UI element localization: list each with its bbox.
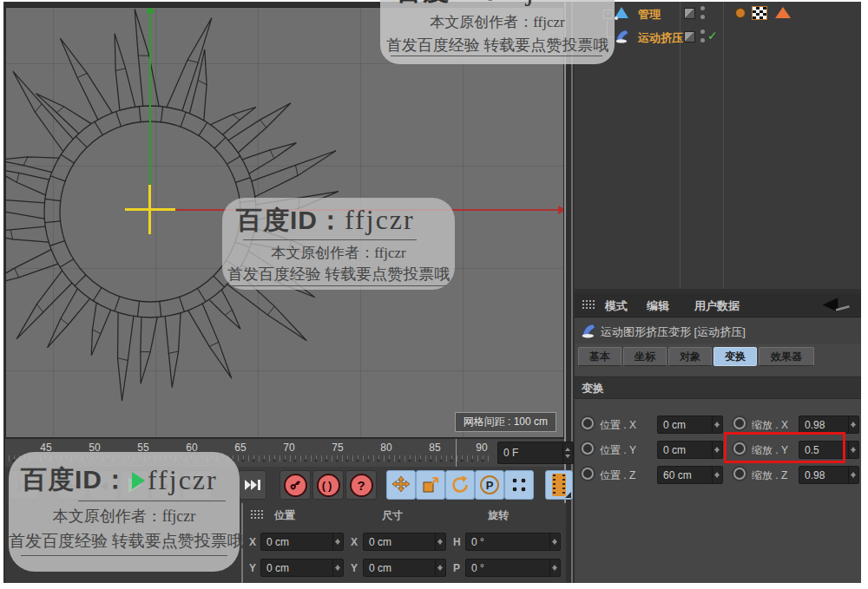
coord-rot-p-field[interactable]: 0 ° xyxy=(465,559,561,577)
param-label: 位置 . X xyxy=(600,418,636,433)
coord-label: H xyxy=(453,536,461,548)
stepper-icon[interactable] xyxy=(848,467,858,483)
mograph-extrude-icon xyxy=(615,29,630,44)
coord-label: Y xyxy=(351,562,358,574)
layer-color-chip[interactable] xyxy=(684,8,695,19)
stepper-icon[interactable] xyxy=(848,416,858,433)
timeline-window-button[interactable] xyxy=(545,470,573,500)
panel-grip-icon[interactable] xyxy=(250,509,264,520)
menu-userdata[interactable]: 用户数据 xyxy=(694,298,740,314)
panel-grip-icon[interactable] xyxy=(582,299,595,311)
play-icon xyxy=(132,472,145,489)
filmstrip-icon xyxy=(552,474,566,496)
stepper-icon[interactable] xyxy=(332,533,343,550)
watermark-center: 百度ID：ffjczr 本文原创作者：ffjczr 首发百度经验 转载要点赞投票… xyxy=(222,198,455,290)
ruler-tick-label: 70 xyxy=(278,442,300,454)
menu-edit[interactable]: 编辑 xyxy=(647,298,669,314)
am-title-row: 运动图形挤压变形 [运动挤压] xyxy=(575,317,861,344)
ruler-tick-label: 75 xyxy=(326,442,349,454)
stepper-icon[interactable] xyxy=(848,442,858,458)
rotate-icon xyxy=(450,475,470,494)
current-frame-field[interactable]: 0 F xyxy=(497,442,574,464)
record-keyframe-button[interactable] xyxy=(279,470,311,500)
stepper-icon[interactable] xyxy=(435,560,445,576)
key-position-button[interactable] xyxy=(386,470,416,500)
param-label: 位置 . Y xyxy=(600,443,636,458)
grid-spacing-label: 网格间距 : 100 cm xyxy=(455,412,556,432)
tab-transform[interactable]: 变换 xyxy=(713,347,757,366)
autokey-button[interactable]: () xyxy=(312,470,344,500)
attribute-manager: 模式 编辑 用户数据 运动图形挤压变形 [运动挤压] 基本 坐标 对象 变换 效… xyxy=(575,293,861,583)
position-x-field[interactable]: 0 cm xyxy=(657,416,723,434)
y-axis-arrow-icon xyxy=(146,7,155,13)
coords-header-size: 尺寸 xyxy=(382,508,403,523)
state-dot-tag-icon[interactable] xyxy=(735,8,746,18)
stepper-icon[interactable] xyxy=(712,416,722,433)
visibility-dot-bottom[interactable] xyxy=(700,38,705,43)
coord-label: X xyxy=(351,536,358,548)
ruler-tick-label: 90 xyxy=(470,442,493,454)
keyframe-circle-icon[interactable] xyxy=(582,468,594,480)
tab-basic[interactable]: 基本 xyxy=(578,347,621,366)
keyframe-circle-icon[interactable] xyxy=(582,442,594,455)
coord-size-x-field[interactable]: 0 cm xyxy=(363,533,446,551)
position-z-field[interactable]: 60 cm xyxy=(657,466,723,484)
object-name[interactable]: 运动挤压 xyxy=(638,30,683,46)
playhead-line[interactable] xyxy=(456,439,457,468)
param-label: 缩放 . Z xyxy=(752,468,787,483)
layer-color-chip[interactable] xyxy=(684,31,695,43)
coord-label: P xyxy=(453,562,460,574)
stepper-icon[interactable] xyxy=(712,442,722,458)
coord-size-y-field[interactable]: 0 cm xyxy=(363,559,446,577)
keyframe-presets-button[interactable] xyxy=(504,470,534,500)
key-rotation-button[interactable] xyxy=(445,470,475,500)
key-scale-button[interactable] xyxy=(416,470,445,500)
phong-tag-icon[interactable] xyxy=(775,7,791,18)
texture-tag-icon[interactable] xyxy=(752,6,767,20)
stepper-icon[interactable] xyxy=(549,560,560,576)
coord-rot-h-field[interactable]: 0 ° xyxy=(465,533,561,551)
coords-header-position: 位置 xyxy=(274,508,295,523)
ruler-tick-label: 85 xyxy=(424,442,446,454)
object-name[interactable]: 管理 xyxy=(638,7,661,23)
param-label: 缩放 . X xyxy=(752,418,788,433)
tab-object[interactable]: 对象 xyxy=(668,347,712,366)
visibility-dot-bottom[interactable] xyxy=(700,15,705,19)
parameter-p-icon: P xyxy=(480,475,499,494)
menu-mode[interactable]: 模式 xyxy=(605,298,628,314)
corner-fold-icon xyxy=(565,492,571,498)
tab-coord[interactable]: 坐标 xyxy=(623,347,667,366)
watermark-top: 百度ID：ffjczr 本文原创作者：ffjczr 首发百度经验 转载要点赞投票… xyxy=(380,0,615,64)
section-header-transform[interactable]: 变换 xyxy=(575,376,861,399)
keyframe-selection-button[interactable]: ? xyxy=(345,470,377,500)
scale-x-field[interactable]: 0.98 xyxy=(799,416,859,434)
scale-z-field[interactable]: 0.98 xyxy=(799,466,859,484)
am-menubar: 模式 编辑 用户数据 xyxy=(575,293,861,317)
coord-pos-y-field[interactable]: 0 cm xyxy=(260,559,344,577)
stepper-icon[interactable] xyxy=(549,533,560,550)
object-row-parent[interactable]: − 管理 xyxy=(575,2,861,25)
stepper-icon[interactable] xyxy=(332,560,343,576)
move-icon xyxy=(391,475,411,494)
enabled-checkmark-icon[interactable]: ✓ xyxy=(707,29,718,43)
visibility-dot-top[interactable] xyxy=(700,29,705,34)
key-icon xyxy=(288,478,302,492)
history-back-icon[interactable] xyxy=(820,297,852,313)
param-row: 位置 . Z 60 cm 缩放 . Z 0.98 xyxy=(575,464,861,486)
key-parameters-button[interactable]: P xyxy=(475,470,504,500)
visibility-dot-top[interactable] xyxy=(700,6,705,10)
coord-pos-x-field[interactable]: 0 cm xyxy=(260,533,344,551)
stepper-icon[interactable] xyxy=(712,467,722,483)
keyframe-circle-icon[interactable] xyxy=(733,468,746,480)
stepper-icon[interactable] xyxy=(435,533,445,550)
keyframe-circle-icon[interactable] xyxy=(733,417,746,429)
stepper-icon[interactable] xyxy=(562,442,573,463)
keyframe-circle-icon[interactable] xyxy=(582,417,594,429)
goto-end-button[interactable] xyxy=(239,470,266,500)
object-row-child[interactable]: 运动挤压 ✓ xyxy=(575,25,861,49)
position-y-field[interactable]: 0 cm xyxy=(657,441,723,459)
coord-label: Y xyxy=(249,562,256,574)
crosshair-horizontal xyxy=(125,208,175,211)
tab-effectors[interactable]: 效果器 xyxy=(759,347,814,366)
mograph-extrude-icon xyxy=(581,323,597,339)
